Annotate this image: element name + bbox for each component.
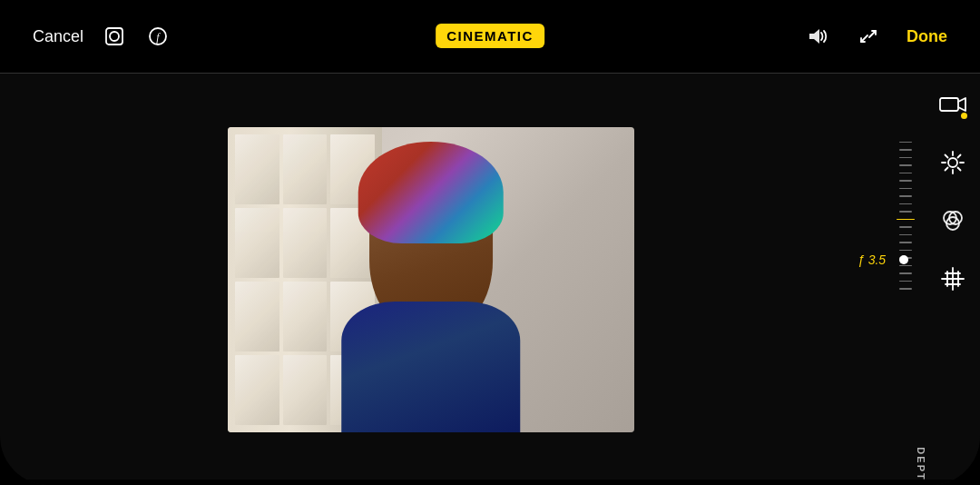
volume-icon[interactable] [805,24,830,49]
tick-mark [899,173,912,174]
color-mix-icon[interactable] [936,204,969,237]
toolbar-left: Cancel f [33,24,171,49]
tick-mark [899,164,912,166]
tick-mark [899,226,912,228]
video-frame[interactable] [228,127,634,432]
svg-rect-0 [106,28,122,45]
focus-ring-icon[interactable] [102,24,127,49]
svg-line-15 [958,155,961,158]
toolbar-right: Done [805,24,947,49]
tick-mark [899,281,912,282]
tick-mark [899,211,912,213]
tick-mark [899,242,912,243]
svg-line-14 [958,168,961,171]
person-subject [319,142,543,431]
tick-mark [899,188,912,190]
svg-marker-4 [809,29,819,44]
toolbar: Cancel f CINEMATIC [0,0,980,73]
head-wrap [358,142,504,243]
window-pane [235,282,279,351]
tick-mark [899,272,912,274]
tick-mark [899,250,912,252]
right-icons-panel [936,88,969,295]
tick-mark [899,265,912,267]
depth-panel: ƒ 3.5 [862,74,980,485]
tick-mark [899,157,912,159]
window-pane [235,208,279,278]
slider-dot [899,255,908,264]
body-shirt [341,302,520,432]
tick-mark [899,142,912,144]
tick-mark [899,234,912,236]
svg-line-16 [946,168,948,171]
tick-mark [899,203,912,205]
cancel-button[interactable]: Cancel [33,27,83,46]
phone-frame: Cancel f CINEMATIC [0,0,980,485]
svg-text:f: f [156,31,161,44]
depth-slider[interactable]: ƒ 3.5 [887,88,924,431]
tick-mark [899,180,912,182]
tick-mark [899,149,912,151]
svg-line-5 [869,31,876,37]
active-indicator-dot [961,113,967,119]
separator [0,73,980,74]
svg-point-1 [110,32,119,41]
tick-mark [899,195,912,197]
svg-line-13 [946,155,948,158]
svg-line-6 [861,35,867,42]
cinematic-badge[interactable]: CINEMATIC [436,24,544,48]
main-content: ƒ 3.5 [0,74,980,485]
slider-track: ƒ 3.5 [905,142,906,378]
grid-adjust-icon[interactable] [936,262,969,295]
done-button[interactable]: Done [906,27,947,46]
window-pane [235,355,279,425]
f-value-label: ƒ 3.5 [858,252,886,267]
flash-icon[interactable]: f [145,24,171,49]
tick-mark-active [897,219,915,221]
svg-point-8 [948,158,957,167]
video-preview [0,74,862,485]
adjustment-icon[interactable] [936,146,969,179]
expand-icon[interactable] [856,24,881,49]
svg-rect-7 [940,98,958,111]
bottom-bar [0,480,980,485]
video-camera-icon[interactable] [936,88,969,121]
tick-mark [899,288,912,290]
window-pane [235,134,279,204]
toolbar-center: CINEMATIC [436,28,544,45]
